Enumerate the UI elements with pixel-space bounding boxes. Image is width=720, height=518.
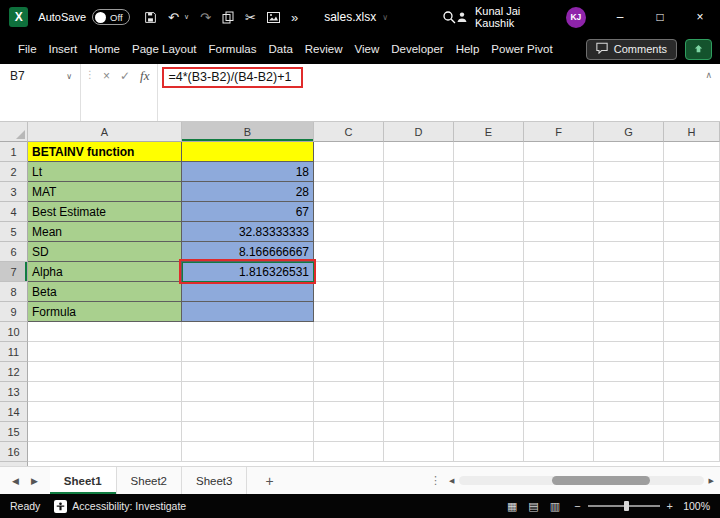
cell-B4[interactable]: 67: [182, 202, 314, 222]
row-header-5[interactable]: 5: [0, 222, 28, 242]
page-break-view-icon[interactable]: ▥: [550, 500, 560, 513]
cancel-button[interactable]: ×: [103, 69, 110, 83]
cell-H11[interactable]: [664, 342, 720, 362]
excel-logo-icon[interactable]: X: [9, 7, 28, 27]
cell-E5[interactable]: [454, 222, 524, 242]
cell-H12[interactable]: [664, 362, 720, 382]
cell-F16[interactable]: [524, 442, 594, 462]
page-layout-view-icon[interactable]: ▤: [528, 500, 538, 513]
undo-dropdown-icon[interactable]: ∨: [184, 13, 189, 21]
cell-G16[interactable]: [594, 442, 664, 462]
picture-icon[interactable]: [267, 12, 280, 23]
cell-H15[interactable]: [664, 422, 720, 442]
row-header-13[interactable]: 13: [0, 382, 28, 402]
row-header-4[interactable]: 4: [0, 202, 28, 222]
cell-B2[interactable]: 18: [182, 162, 314, 182]
cell-D2[interactable]: [384, 162, 454, 182]
cell-D13[interactable]: [384, 382, 454, 402]
cell-G1[interactable]: [594, 142, 664, 162]
cell-H4[interactable]: [664, 202, 720, 222]
column-header-c[interactable]: C: [314, 122, 384, 142]
cell-C3[interactable]: [314, 182, 384, 202]
cell-E15[interactable]: [454, 422, 524, 442]
copy-icon[interactable]: [222, 11, 234, 24]
cell-A10[interactable]: [28, 322, 182, 342]
sheet-tab-sheet3[interactable]: Sheet3: [182, 467, 247, 494]
row-header-8[interactable]: 8: [0, 282, 28, 302]
cell-B15[interactable]: [182, 422, 314, 442]
maximize-button[interactable]: □: [640, 0, 680, 34]
cell-C2[interactable]: [314, 162, 384, 182]
column-header-g[interactable]: G: [594, 122, 664, 142]
cell-C15[interactable]: [314, 422, 384, 442]
cell-F14[interactable]: [524, 402, 594, 422]
cut-icon[interactable]: ✂: [245, 10, 256, 25]
cell-H3[interactable]: [664, 182, 720, 202]
cell-E4[interactable]: [454, 202, 524, 222]
cell-E13[interactable]: [454, 382, 524, 402]
cell-A2[interactable]: Lt: [28, 162, 182, 182]
cell-A16[interactable]: [28, 442, 182, 462]
cell-G8[interactable]: [594, 282, 664, 302]
user-avatar[interactable]: KJ: [566, 7, 586, 28]
cell-C12[interactable]: [314, 362, 384, 382]
sheet-scroll-left-icon[interactable]: ◀: [12, 476, 19, 486]
zoom-slider-thumb[interactable]: [624, 501, 629, 511]
tab-formulas[interactable]: Formulas: [203, 43, 263, 55]
zoom-percent[interactable]: 100%: [680, 500, 710, 512]
cell-F5[interactable]: [524, 222, 594, 242]
row-header-10[interactable]: 10: [0, 322, 28, 342]
cell-E7[interactable]: [454, 262, 524, 282]
cell-E3[interactable]: [454, 182, 524, 202]
cell-B7[interactable]: 1.816326531: [182, 262, 314, 282]
share-button[interactable]: [685, 39, 712, 60]
cell-A6[interactable]: SD: [28, 242, 182, 262]
cell-A9[interactable]: Formula: [28, 302, 182, 322]
cell-A13[interactable]: [28, 382, 182, 402]
cell-C8[interactable]: [314, 282, 384, 302]
cell-C14[interactable]: [314, 402, 384, 422]
cell-B11[interactable]: [182, 342, 314, 362]
autosave-toggle[interactable]: AutoSave Off: [38, 9, 130, 25]
cell-D1[interactable]: [384, 142, 454, 162]
cell-B6[interactable]: 8.166666667: [182, 242, 314, 262]
cell-G11[interactable]: [594, 342, 664, 362]
cell-G10[interactable]: [594, 322, 664, 342]
cell-D5[interactable]: [384, 222, 454, 242]
cell-C9[interactable]: [314, 302, 384, 322]
save-icon[interactable]: [144, 11, 157, 24]
resize-dots-icon[interactable]: ⋮: [81, 64, 99, 80]
cell-B14[interactable]: [182, 402, 314, 422]
column-header-h[interactable]: H: [664, 122, 720, 142]
cell-F12[interactable]: [524, 362, 594, 382]
cell-C1[interactable]: [314, 142, 384, 162]
cell-E12[interactable]: [454, 362, 524, 382]
row-header-3[interactable]: 3: [0, 182, 28, 202]
cell-G12[interactable]: [594, 362, 664, 382]
row-header-1[interactable]: 1: [0, 142, 28, 162]
cell-A3[interactable]: MAT: [28, 182, 182, 202]
cell-B13[interactable]: [182, 382, 314, 402]
row-header-16[interactable]: 16: [0, 442, 28, 462]
cell-G2[interactable]: [594, 162, 664, 182]
cell-D15[interactable]: [384, 422, 454, 442]
cell-C10[interactable]: [314, 322, 384, 342]
tab-help[interactable]: Help: [450, 43, 486, 55]
cell-B12[interactable]: [182, 362, 314, 382]
cell-E9[interactable]: [454, 302, 524, 322]
cell-E8[interactable]: [454, 282, 524, 302]
cell-H1[interactable]: [664, 142, 720, 162]
cell-F7[interactable]: [524, 262, 594, 282]
cell-F6[interactable]: [524, 242, 594, 262]
row-header-12[interactable]: 12: [0, 362, 28, 382]
formula-input[interactable]: =4*(B3-B2)/(B4-B2)+1: [158, 64, 720, 121]
row-header-7[interactable]: 7: [0, 262, 28, 282]
search-icon[interactable]: [442, 10, 456, 24]
cell-H9[interactable]: [664, 302, 720, 322]
cell-A11[interactable]: [28, 342, 182, 362]
cell-D6[interactable]: [384, 242, 454, 262]
cell-D11[interactable]: [384, 342, 454, 362]
row-header-15[interactable]: 15: [0, 422, 28, 442]
cell-H10[interactable]: [664, 322, 720, 342]
cell-B1[interactable]: [182, 142, 314, 162]
